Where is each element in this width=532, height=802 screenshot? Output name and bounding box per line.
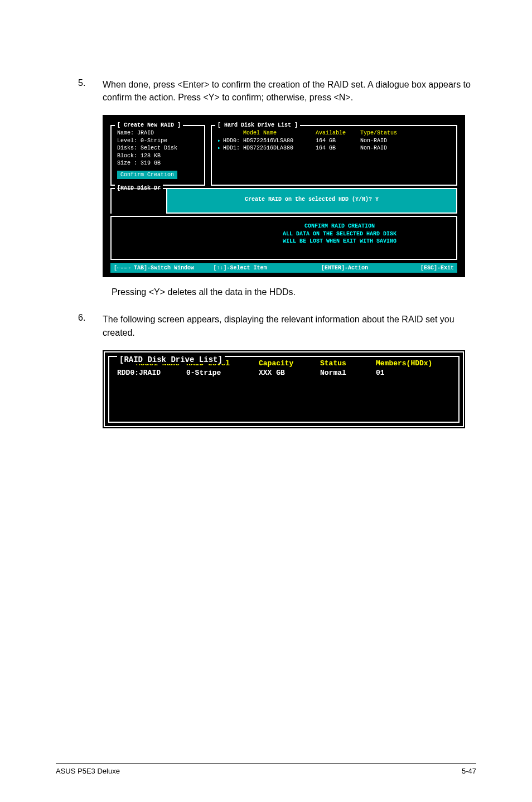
confirm-line-1: CONFIRM RAID CREATION (229, 223, 451, 230)
marker-icon: ▸ (217, 137, 223, 145)
marker-icon: ▸ (217, 144, 223, 152)
panel-title: Hard Disk Drive List (215, 122, 300, 129)
hard-disk-drive-list-panel: Hard Disk Drive List Model Name Availabl… (211, 125, 457, 186)
footer-model: ASUS P5E3 Deluxe (56, 767, 120, 775)
confirm-creation-selection: Confirm Creation (117, 171, 177, 180)
key-arrows: [↑↓]-Select Item (214, 264, 321, 272)
raid-name-line: Name: JRAID (117, 129, 199, 137)
page-footer: ASUS P5E3 Deluxe 5-47 (56, 763, 476, 775)
col-available: Available (316, 129, 360, 137)
confirm-raid-message-panel: CONFIRM RAID CREATION ALL DATA ON THE SE… (110, 216, 457, 260)
create-raid-prompt: Create RAID on the selected HDD (Y/N)? Y (166, 188, 457, 214)
step-text: The following screen appears, displaying… (103, 313, 476, 339)
hdd-row-1: ▸ HDD1: HDS722516DLA380 164 GB Non-RAID (217, 144, 451, 152)
raid-disk-list-fragment: [RAID Disk Dr (110, 188, 166, 214)
create-new-raid-panel: Create New RAID Name: JRAID Level: 0-Str… (110, 125, 205, 186)
step-6: 6. The following screen appears, display… (78, 313, 476, 339)
raid-level-line: Level: 0-Stripe (117, 137, 199, 145)
hdd-row-0: ▸ HDD0: HDS722516VLSA80 164 GB Non-RAID (217, 137, 451, 145)
footer-page-number: 5-47 (462, 767, 476, 775)
step-number: 6. (78, 313, 103, 339)
bios-screenshot-2: [RAID Disk Drive List] Model Name RAID L… (103, 350, 465, 428)
col-type: Type/Status (360, 129, 397, 137)
step-5: 5. When done, press <Enter> to confirm t… (78, 78, 476, 104)
confirm-line-2: ALL DATA ON THE SELECTED HARD DISK (229, 230, 451, 238)
panel-title: [RAID Disk Drive List] (117, 355, 225, 364)
key-esc: [ESC]-Exit (404, 264, 454, 272)
note-text: Pressing <Y> deletes all the data in the… (112, 287, 296, 297)
note-callout: Pressing <Y> deletes all the data in the… (103, 287, 476, 297)
step-text: When done, press <Enter> to confirm the … (103, 78, 476, 104)
bios-screenshot-1: Create New RAID Name: JRAID Level: 0-Str… (103, 115, 465, 277)
raid-block-line: Block: 128 KB (117, 152, 199, 160)
raid-size-line: Size : 319 GB (117, 160, 199, 167)
key-help-bar: [←––→ TAB]-Switch Window [↑↓]-Select Ite… (110, 263, 457, 273)
key-tab: [←––→ TAB]-Switch Window (114, 264, 214, 272)
raid-disks-line: Disks: Select Disk (117, 144, 199, 152)
col-model: Model Name (243, 129, 316, 137)
key-enter: [ENTER]-Action (321, 264, 404, 272)
panel-title: Create New RAID (115, 122, 183, 129)
table-row: RDD0:JRAID 0-Stripe XXX GB Normal 01 (114, 369, 454, 377)
confirm-line-3: WILL BE LOST WHEN EXIT WITH SAVING (229, 238, 451, 245)
step-number: 5. (78, 78, 103, 104)
